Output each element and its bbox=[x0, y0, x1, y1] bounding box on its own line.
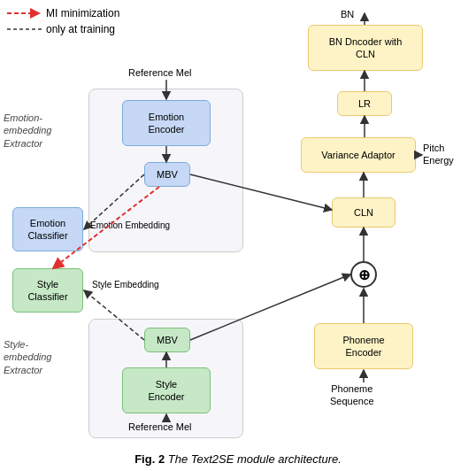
cln-box: CLN bbox=[332, 197, 395, 228]
variance-adaptor-box: Variance Adaptor bbox=[301, 137, 416, 173]
mi-arrow-legend bbox=[7, 7, 46, 19]
pitch-energy-label: Pitch Energy bbox=[423, 142, 454, 167]
emotion-classifier-box: Emotion Classifier bbox=[12, 207, 83, 251]
training-arrow-legend bbox=[7, 23, 46, 35]
caption-bold: Fig. 2 bbox=[134, 452, 165, 466]
bn-decoder-box: BN Dncoder with CLN bbox=[308, 25, 423, 71]
style-region-label: Style- embedding Extractor bbox=[4, 338, 51, 376]
style-encoder-box: Style Encoder bbox=[122, 367, 211, 413]
style-classifier-box: Style Classifier bbox=[12, 268, 83, 313]
style-mbv-box: MBV bbox=[144, 328, 190, 352]
reference-mel-bottom-label: Reference Mel bbox=[128, 421, 192, 432]
diagram: Emotion- embedding Extractor Style- embe… bbox=[0, 0, 476, 471]
phoneme-encoder-box: Phoneme Encoder bbox=[314, 323, 413, 369]
training-legend-label: only at training bbox=[46, 23, 115, 35]
caption-text: The Text2SE module architecture. bbox=[165, 452, 342, 466]
phoneme-sequence-label: Phoneme Sequence bbox=[330, 382, 374, 408]
legend: MI minimization only at training bbox=[7, 7, 119, 39]
training-legend-item: only at training bbox=[7, 23, 119, 35]
emotion-region-label: Emotion- embedding Extractor bbox=[4, 112, 51, 150]
lr-box: LR bbox=[337, 91, 392, 116]
emotion-embedding-label: Emotion Embedding bbox=[90, 220, 170, 230]
reference-mel-top-label: Reference Mel bbox=[128, 67, 192, 78]
plus-circle: ⊕ bbox=[350, 261, 377, 288]
caption: Fig. 2 The Text2SE module architecture. bbox=[134, 452, 342, 466]
style-embedding-label: Style Embedding bbox=[92, 280, 159, 290]
emotion-mbv-box: MBV bbox=[144, 162, 190, 187]
mi-legend-label: MI minimization bbox=[46, 7, 119, 19]
mi-legend-item: MI minimization bbox=[7, 7, 119, 19]
bn-top-label: BN bbox=[341, 9, 354, 19]
emotion-encoder-box: Emotion Encoder bbox=[122, 100, 211, 146]
